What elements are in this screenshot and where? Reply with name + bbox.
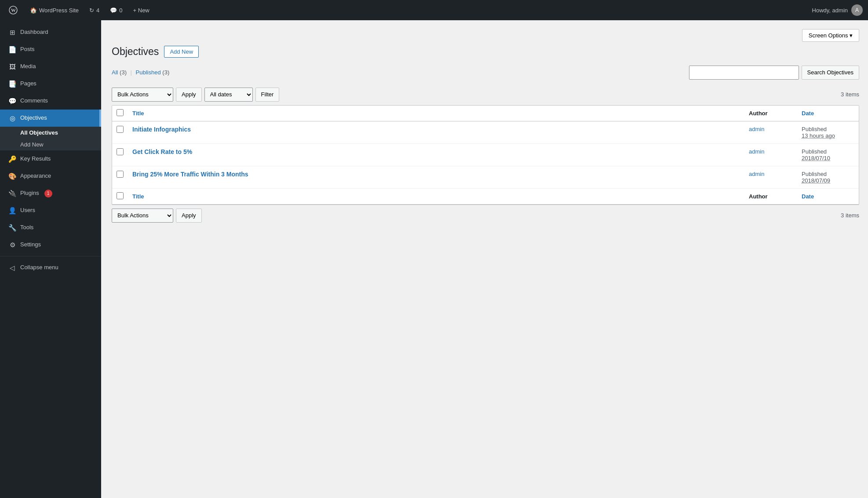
date-col-header[interactable]: Date (797, 106, 859, 121)
appearance-icon: 🎨 (8, 172, 17, 181)
admin-bar-user[interactable]: Howdy, admin A (812, 4, 863, 16)
items-count-top: 3 items (841, 91, 859, 98)
sidebar-item-key-results[interactable]: 🔑 Key Results (0, 150, 101, 168)
plugins-icon: 🔌 (8, 189, 17, 198)
admin-bar-updates[interactable]: ↻ 4 (84, 0, 105, 20)
admin-bar: W 🏠 WordPress Site ↻ 4 💬 0 + New Howdy, … (0, 0, 868, 20)
row-author-3: admin (744, 166, 797, 188)
sidebar-item-posts[interactable]: 📄 Posts (0, 41, 101, 58)
row-author-1: admin (744, 121, 797, 143)
sidebar-collapse[interactable]: ◁ Collapse menu (0, 259, 101, 276)
row-date-3: Published 2018/07/09 (797, 166, 859, 188)
search-input[interactable] (689, 66, 799, 80)
bottom-toolbar: Bulk Actions Apply 3 items (112, 205, 859, 226)
filter-search-row: All (3) | Published (3) Search Objective… (112, 66, 859, 80)
row-date-1: Published 13 hours ago (797, 121, 859, 143)
apply-button-bottom[interactable]: Apply (176, 209, 202, 223)
row-author-2: admin (744, 143, 797, 166)
search-area: Search Objectives (689, 66, 860, 80)
bulk-actions-select-bottom[interactable]: Bulk Actions (112, 209, 173, 223)
author-link-1[interactable]: admin (749, 126, 764, 132)
admin-bar-comments[interactable]: 💬 0 (105, 0, 128, 20)
admin-bar-site[interactable]: 🏠 WordPress Site (25, 0, 84, 20)
table-row: Bring 25% More Traffic Within 3 Months a… (112, 166, 859, 188)
sidebar-item-label: Key Results (20, 155, 51, 163)
author-col-header: Author (744, 106, 797, 121)
row-checkbox-2[interactable] (117, 148, 124, 155)
footer-select-all-checkbox[interactable] (117, 192, 124, 199)
sidebar-item-media[interactable]: 🖼 Media (0, 58, 101, 75)
row-title-3: Bring 25% More Traffic Within 3 Months (128, 166, 744, 188)
sidebar-item-dashboard[interactable]: ⊞ Dashboard (0, 24, 101, 41)
bulk-actions-select-top[interactable]: Bulk Actions (112, 88, 173, 102)
key-results-icon: 🔑 (8, 154, 17, 164)
row-title-link-3[interactable]: Bring 25% More Traffic Within 3 Months (132, 171, 248, 178)
sidebar-item-pages[interactable]: 📑 Pages (0, 75, 101, 92)
sidebar-item-label: Dashboard (20, 28, 48, 36)
updates-icon: ↻ (89, 7, 94, 14)
footer-title-col[interactable]: Title (128, 188, 744, 204)
admin-bar-new[interactable]: + New (128, 0, 155, 20)
filter-button[interactable]: Filter (255, 88, 280, 102)
row-title-link-1[interactable]: Initiate Infographics (132, 126, 191, 133)
items-count-bottom: 3 items (841, 212, 859, 219)
sidebar-item-tools[interactable]: 🔧 Tools (0, 219, 101, 236)
screen-options-button[interactable]: Screen Options ▾ (802, 29, 859, 42)
objectives-table: Title Author Date (112, 106, 859, 205)
wp-logo[interactable]: W (5, 2, 21, 18)
dates-select[interactable]: All dates (204, 88, 253, 102)
filter-all-link[interactable]: All (112, 69, 118, 76)
posts-icon: 📄 (8, 45, 17, 54)
row-date-2: Published 2018/07/10 (797, 143, 859, 166)
pages-icon: 📑 (8, 79, 17, 88)
sidebar-item-comments[interactable]: 💬 Comments (0, 92, 101, 110)
sidebar-item-label: Plugins (20, 189, 39, 197)
author-link-2[interactable]: admin (749, 148, 764, 155)
footer-check-col (112, 188, 128, 204)
plugins-badge: 1 (44, 190, 52, 198)
screen-options-bar: Screen Options ▾ (112, 29, 859, 42)
row-checkbox-1[interactable] (117, 126, 124, 133)
row-title-2: Get Click Rate to 5% (128, 143, 744, 166)
collapse-icon: ◁ (8, 263, 17, 272)
sidebar-item-label: Posts (20, 45, 35, 53)
table-row: Get Click Rate to 5% admin Published 201… (112, 143, 859, 166)
footer-date-col[interactable]: Date (797, 188, 859, 204)
svg-text:W: W (11, 7, 16, 13)
sidebar-subitem-all-objectives[interactable]: All Objectives (0, 127, 101, 139)
add-new-button[interactable]: Add New (164, 46, 199, 58)
page-title: Objectives (112, 45, 159, 59)
sidebar-item-label: Objectives (20, 114, 47, 122)
select-all-checkbox[interactable] (117, 109, 124, 116)
select-all-col (112, 106, 128, 121)
row-check-1 (112, 121, 128, 143)
top-toolbar: Bulk Actions Apply All dates Filter 3 it… (112, 84, 859, 105)
row-checkbox-3[interactable] (117, 171, 124, 178)
sidebar-item-users[interactable]: 👤 Users (0, 202, 101, 219)
sidebar-item-objectives[interactable]: ◎ Objectives (0, 110, 101, 127)
comment-icon: 💬 (110, 7, 117, 14)
row-title-link-2[interactable]: Get Click Rate to 5% (132, 148, 192, 155)
title-col-header[interactable]: Title (128, 106, 744, 121)
search-button[interactable]: Search Objectives (802, 66, 860, 80)
table-header-row: Title Author Date (112, 106, 859, 121)
sidebar-item-label: Collapse menu (20, 264, 58, 271)
author-link-3[interactable]: admin (749, 171, 764, 177)
sidebar-subitem-add-new[interactable]: Add New (0, 139, 101, 150)
table-row: Initiate Infographics admin Published 13… (112, 121, 859, 143)
sidebar-item-settings[interactable]: ⚙ Settings (0, 236, 101, 253)
table-wrapper: Title Author Date (112, 105, 859, 205)
page-header: Objectives Add New (112, 45, 859, 59)
footer-author-col: Author (744, 188, 797, 204)
objectives-icon: ◎ (8, 114, 17, 123)
sidebar-item-label: Tools (20, 223, 33, 231)
apply-button-top[interactable]: Apply (176, 88, 202, 102)
sidebar-item-label: Appearance (20, 172, 51, 180)
comments-icon: 💬 (8, 96, 17, 106)
sidebar-item-plugins[interactable]: 🔌 Plugins 1 (0, 185, 101, 202)
filter-published-link[interactable]: Published (136, 69, 161, 76)
sidebar-item-label: Users (20, 206, 35, 214)
tools-icon: 🔧 (8, 223, 17, 232)
sidebar-item-appearance[interactable]: 🎨 Appearance (0, 168, 101, 185)
wp-layout: ⊞ Dashboard 📄 Posts 🖼 Media 📑 Pages 💬 Co… (0, 20, 868, 498)
